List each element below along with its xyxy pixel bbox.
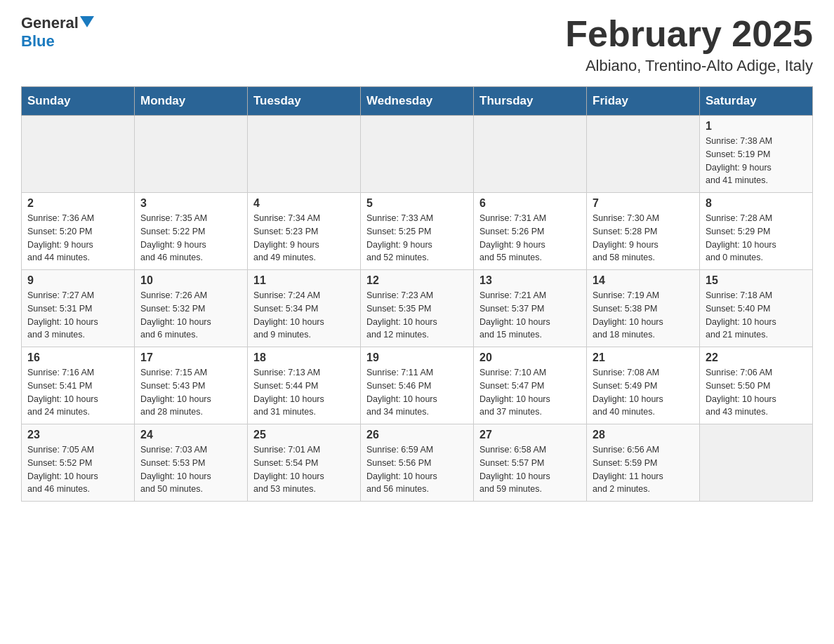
calendar-day-cell: 16Sunrise: 7:16 AM Sunset: 5:41 PM Dayli… [22, 347, 135, 424]
calendar-day-cell [248, 116, 361, 193]
day-number: 20 [479, 351, 581, 364]
calendar-day-cell: 17Sunrise: 7:15 AM Sunset: 5:43 PM Dayli… [135, 347, 248, 424]
calendar-day-cell: 11Sunrise: 7:24 AM Sunset: 5:34 PM Dayli… [248, 270, 361, 347]
calendar-day-cell: 2Sunrise: 7:36 AM Sunset: 5:20 PM Daylig… [22, 193, 135, 270]
col-monday: Monday [135, 87, 248, 116]
calendar-week-row: 16Sunrise: 7:16 AM Sunset: 5:41 PM Dayli… [22, 347, 813, 424]
day-info: Sunrise: 7:05 AM Sunset: 5:52 PM Dayligh… [27, 443, 128, 496]
day-number: 9 [27, 274, 128, 287]
day-number: 6 [479, 197, 581, 210]
title-block: February 2025 Albiano, Trentino-Alto Adi… [565, 14, 813, 75]
col-friday: Friday [587, 87, 700, 116]
day-info: Sunrise: 6:59 AM Sunset: 5:56 PM Dayligh… [366, 443, 468, 496]
day-number: 25 [253, 429, 355, 441]
day-info: Sunrise: 7:08 AM Sunset: 5:49 PM Dayligh… [593, 366, 694, 419]
calendar-day-cell: 28Sunrise: 6:56 AM Sunset: 5:59 PM Dayli… [587, 424, 700, 502]
calendar-day-cell: 10Sunrise: 7:26 AM Sunset: 5:32 PM Dayli… [135, 270, 248, 347]
calendar-day-cell: 3Sunrise: 7:35 AM Sunset: 5:22 PM Daylig… [135, 193, 248, 270]
calendar-day-cell: 21Sunrise: 7:08 AM Sunset: 5:49 PM Dayli… [587, 347, 700, 424]
day-info: Sunrise: 7:13 AM Sunset: 5:44 PM Dayligh… [253, 366, 355, 419]
calendar-day-cell: 8Sunrise: 7:28 AM Sunset: 5:29 PM Daylig… [700, 193, 813, 270]
day-number: 24 [140, 429, 241, 441]
day-info: Sunrise: 7:38 AM Sunset: 5:19 PM Dayligh… [706, 135, 807, 187]
day-number: 18 [253, 351, 355, 364]
calendar-day-cell [361, 116, 474, 193]
calendar-day-cell: 1Sunrise: 7:38 AM Sunset: 5:19 PM Daylig… [700, 116, 813, 193]
day-number: 13 [479, 274, 581, 287]
day-info: Sunrise: 6:58 AM Sunset: 5:57 PM Dayligh… [479, 443, 581, 496]
day-info: Sunrise: 7:15 AM Sunset: 5:43 PM Dayligh… [140, 366, 241, 419]
day-info: Sunrise: 7:30 AM Sunset: 5:28 PM Dayligh… [593, 212, 694, 264]
day-number: 1 [706, 120, 807, 133]
col-tuesday: Tuesday [248, 87, 361, 116]
day-number: 5 [366, 197, 468, 210]
calendar-week-row: 1Sunrise: 7:38 AM Sunset: 5:19 PM Daylig… [22, 116, 813, 193]
location-subtitle: Albiano, Trentino-Alto Adige, Italy [565, 57, 813, 75]
day-number: 16 [27, 351, 128, 364]
calendar-header-row: Sunday Monday Tuesday Wednesday Thursday… [22, 87, 813, 116]
day-info: Sunrise: 7:01 AM Sunset: 5:54 PM Dayligh… [253, 443, 355, 496]
col-wednesday: Wednesday [361, 87, 474, 116]
day-number: 27 [479, 429, 581, 441]
day-number: 15 [706, 274, 807, 287]
day-number: 8 [706, 197, 807, 210]
day-info: Sunrise: 7:26 AM Sunset: 5:32 PM Dayligh… [140, 289, 241, 342]
day-info: Sunrise: 7:35 AM Sunset: 5:22 PM Dayligh… [140, 212, 241, 264]
col-sunday: Sunday [22, 87, 135, 116]
calendar-day-cell: 19Sunrise: 7:11 AM Sunset: 5:46 PM Dayli… [361, 347, 474, 424]
day-number: 22 [706, 351, 807, 364]
day-info: Sunrise: 7:18 AM Sunset: 5:40 PM Dayligh… [706, 289, 807, 342]
calendar-day-cell: 5Sunrise: 7:33 AM Sunset: 5:25 PM Daylig… [361, 193, 474, 270]
day-number: 21 [593, 351, 694, 364]
svg-marker-0 [80, 16, 94, 27]
page-header: General Blue February 2025 Albiano, Tren… [21, 14, 813, 75]
logo-arrow-icon [80, 16, 94, 27]
logo-blue: Blue [21, 32, 55, 50]
logo-general: General [21, 14, 79, 32]
day-info: Sunrise: 7:36 AM Sunset: 5:20 PM Dayligh… [27, 212, 128, 264]
calendar-day-cell: 13Sunrise: 7:21 AM Sunset: 5:37 PM Dayli… [474, 270, 587, 347]
day-info: Sunrise: 7:27 AM Sunset: 5:31 PM Dayligh… [27, 289, 128, 342]
day-info: Sunrise: 7:31 AM Sunset: 5:26 PM Dayligh… [479, 212, 581, 264]
calendar-day-cell: 22Sunrise: 7:06 AM Sunset: 5:50 PM Dayli… [700, 347, 813, 424]
day-number: 2 [27, 197, 128, 210]
day-info: Sunrise: 7:11 AM Sunset: 5:46 PM Dayligh… [366, 366, 468, 419]
day-info: Sunrise: 7:33 AM Sunset: 5:25 PM Dayligh… [366, 212, 468, 264]
day-number: 11 [253, 274, 355, 287]
logo: General Blue [21, 14, 94, 51]
calendar-day-cell: 24Sunrise: 7:03 AM Sunset: 5:53 PM Dayli… [135, 424, 248, 502]
calendar-day-cell: 26Sunrise: 6:59 AM Sunset: 5:56 PM Dayli… [361, 424, 474, 502]
calendar-day-cell: 9Sunrise: 7:27 AM Sunset: 5:31 PM Daylig… [22, 270, 135, 347]
calendar-day-cell: 7Sunrise: 7:30 AM Sunset: 5:28 PM Daylig… [587, 193, 700, 270]
day-number: 3 [140, 197, 241, 210]
day-number: 17 [140, 351, 241, 364]
day-number: 26 [366, 429, 468, 441]
day-info: Sunrise: 6:56 AM Sunset: 5:59 PM Dayligh… [593, 443, 694, 496]
calendar-table: Sunday Monday Tuesday Wednesday Thursday… [21, 86, 813, 502]
day-info: Sunrise: 7:03 AM Sunset: 5:53 PM Dayligh… [140, 443, 241, 496]
day-number: 14 [593, 274, 694, 287]
calendar-day-cell: 25Sunrise: 7:01 AM Sunset: 5:54 PM Dayli… [248, 424, 361, 502]
calendar-day-cell: 23Sunrise: 7:05 AM Sunset: 5:52 PM Dayli… [22, 424, 135, 502]
calendar-day-cell: 20Sunrise: 7:10 AM Sunset: 5:47 PM Dayli… [474, 347, 587, 424]
day-info: Sunrise: 7:34 AM Sunset: 5:23 PM Dayligh… [253, 212, 355, 264]
calendar-week-row: 2Sunrise: 7:36 AM Sunset: 5:20 PM Daylig… [22, 193, 813, 270]
day-number: 10 [140, 274, 241, 287]
calendar-day-cell: 6Sunrise: 7:31 AM Sunset: 5:26 PM Daylig… [474, 193, 587, 270]
calendar-day-cell [135, 116, 248, 193]
day-info: Sunrise: 7:19 AM Sunset: 5:38 PM Dayligh… [593, 289, 694, 342]
calendar-day-cell: 4Sunrise: 7:34 AM Sunset: 5:23 PM Daylig… [248, 193, 361, 270]
calendar-day-cell [587, 116, 700, 193]
day-info: Sunrise: 7:10 AM Sunset: 5:47 PM Dayligh… [479, 366, 581, 419]
day-number: 19 [366, 351, 468, 364]
col-saturday: Saturday [700, 87, 813, 116]
calendar-day-cell [22, 116, 135, 193]
calendar-day-cell: 12Sunrise: 7:23 AM Sunset: 5:35 PM Dayli… [361, 270, 474, 347]
calendar-day-cell: 14Sunrise: 7:19 AM Sunset: 5:38 PM Dayli… [587, 270, 700, 347]
day-info: Sunrise: 7:06 AM Sunset: 5:50 PM Dayligh… [706, 366, 807, 419]
day-number: 28 [593, 429, 694, 441]
day-number: 7 [593, 197, 694, 210]
day-info: Sunrise: 7:24 AM Sunset: 5:34 PM Dayligh… [253, 289, 355, 342]
day-info: Sunrise: 7:16 AM Sunset: 5:41 PM Dayligh… [27, 366, 128, 419]
calendar-week-row: 9Sunrise: 7:27 AM Sunset: 5:31 PM Daylig… [22, 270, 813, 347]
